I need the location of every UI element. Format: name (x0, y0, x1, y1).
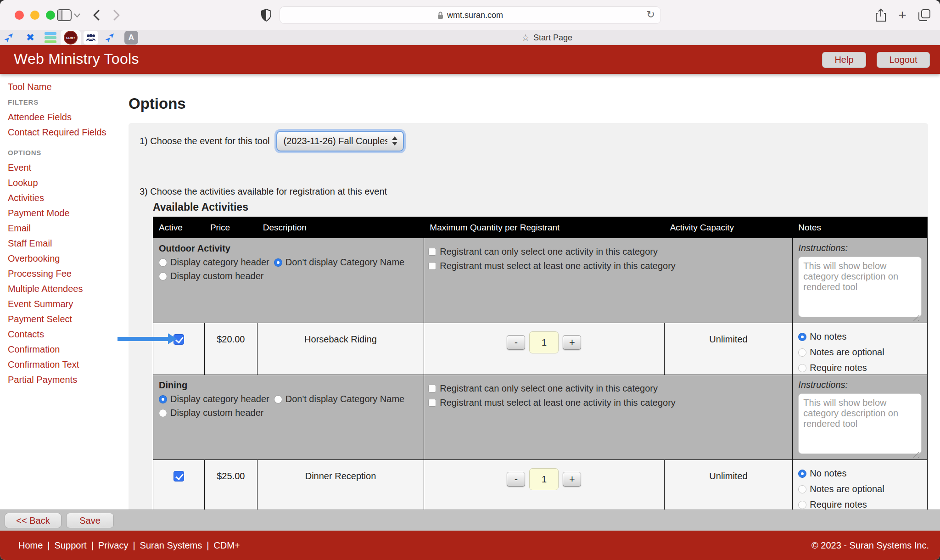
column-header-max-quantity: Maximum Quantity per Registrant (424, 217, 664, 238)
sidebar-item-overbooking[interactable]: Overbooking (8, 251, 129, 266)
sidebar-item-payment-select[interactable]: Payment Select (8, 312, 129, 327)
help-button[interactable]: Help (822, 52, 866, 68)
options-panel: 1) Choose the event for this tool (2023-… (129, 123, 928, 530)
sidebar-item-event-summary[interactable]: Event Summary (8, 297, 129, 312)
radio-display-custom-header[interactable] (159, 272, 167, 280)
app-title: Web Ministry Tools (14, 50, 139, 67)
sidebar-item-payment-mode[interactable]: Payment Mode (8, 206, 129, 221)
column-header-active: Active (153, 217, 205, 238)
quantity-increment-button[interactable]: + (563, 335, 581, 350)
minimize-window-button[interactable] (30, 11, 39, 20)
copyright-text: © 2023 - Suran Systems Inc. (811, 531, 929, 560)
letter-a-icon[interactable]: A (121, 30, 141, 45)
footer-link-home[interactable]: Home (18, 540, 43, 551)
available-activities-title: Available Activities (153, 201, 248, 213)
back-navigation-button[interactable]: << Back (5, 513, 62, 528)
lock-icon (437, 11, 443, 19)
stripes-icon[interactable] (40, 30, 61, 45)
footer-link-privacy[interactable]: Privacy (98, 540, 129, 551)
radio-display-custom-header[interactable] (159, 409, 167, 417)
table-header-row: Active Price Description Maximum Quantit… (153, 217, 927, 238)
category-name: Dining (159, 380, 424, 391)
radio-notes-optional[interactable] (798, 348, 806, 357)
quantity-input[interactable] (529, 468, 559, 490)
chevron-down-icon[interactable] (73, 12, 81, 18)
category-row-dining: Dining Display category header Don't dis… (153, 375, 927, 460)
quantity-decrement-button[interactable]: - (507, 335, 525, 350)
sidebar-item-confirmation-text[interactable]: Confirmation Text (8, 357, 129, 372)
share-icon[interactable] (873, 7, 888, 23)
jira-icon[interactable]: ➤➤ (0, 30, 20, 45)
app-footer: Home | Support | Privacy | Suran Systems… (0, 531, 940, 560)
sidebar-item-email[interactable]: Email (8, 221, 129, 236)
privacy-shield-icon[interactable] (259, 8, 273, 22)
radio-no-notes[interactable] (798, 470, 806, 478)
column-header-notes: Notes (793, 217, 927, 238)
sidebar-item-tool-name[interactable]: Tool Name (8, 79, 129, 95)
reload-icon[interactable]: ↻ (647, 9, 655, 21)
radio-no-notes[interactable] (798, 333, 806, 341)
active-checkbox[interactable] (173, 471, 184, 482)
save-button[interactable]: Save (66, 513, 114, 528)
app-body: Tool Name FILTERS Attendee Fields Contac… (0, 74, 940, 531)
bottom-action-bar: << Back Save (0, 510, 940, 531)
address-bar[interactable]: wmt.suran.com ↻ (280, 6, 661, 24)
new-tab-icon[interactable]: + (895, 7, 910, 23)
radio-display-category-header[interactable] (159, 395, 167, 403)
quantity-increment-button[interactable]: + (563, 472, 581, 487)
category-row-outdoor-activity: Outdoor Activity Display category header… (153, 238, 927, 323)
sidebar-item-contacts[interactable]: Contacts (8, 327, 129, 342)
checkbox-only-one-activity[interactable] (428, 248, 436, 256)
sidebar-item-event[interactable]: Event (8, 160, 129, 175)
main-content: Options 1) Choose the event for this too… (129, 74, 928, 530)
activities-table: Active Price Description Maximum Quantit… (153, 217, 928, 531)
people-icon[interactable] (81, 30, 101, 45)
instructions-label: Instructions: (798, 380, 922, 390)
footer-link-cdm-plus[interactable]: CDM+ (213, 540, 240, 551)
footer-link-suran-systems[interactable]: Suran Systems (140, 540, 202, 551)
back-button[interactable] (90, 8, 103, 22)
jira-icon[interactable]: ➤➤ (101, 30, 121, 45)
tab-overview-icon[interactable] (917, 7, 932, 23)
confluence-icon[interactable]: ✖ (20, 30, 40, 45)
category-instructions-textarea[interactable] (798, 257, 922, 317)
sidebar-item-partial-payments[interactable]: Partial Payments (8, 372, 129, 387)
sidebar-item-staff-email[interactable]: Staff Email (8, 236, 129, 251)
sidebar-item-activities[interactable]: Activities (8, 190, 129, 206)
tab-start-page[interactable]: ☆ Start Page (521, 30, 572, 45)
checkbox-at-least-one-activity[interactable] (428, 262, 436, 270)
sidebar-item-processing-fee[interactable]: Processing Fee (8, 266, 129, 281)
radio-dont-display-category-name[interactable] (274, 395, 282, 403)
radio-require-notes[interactable] (798, 364, 806, 372)
activities-question-label: 3) Choose the activities available for r… (140, 186, 387, 197)
column-header-activity-capacity: Activity Capacity (665, 217, 793, 238)
sidebar-toggle-icon[interactable] (56, 8, 73, 22)
column-header-description: Description (257, 217, 425, 238)
cdm-plus-icon[interactable]: CDM+ (61, 30, 81, 45)
radio-display-category-header[interactable] (159, 258, 167, 267)
event-select[interactable]: (2023-11-26) Fall Couples Ret (276, 131, 404, 151)
app-header: Web Ministry Tools Help Logout (0, 45, 940, 74)
checkbox-at-least-one-activity[interactable] (428, 399, 436, 407)
radio-dont-display-category-name[interactable] (274, 258, 282, 267)
sidebar-item-attendee-fields[interactable]: Attendee Fields (8, 110, 129, 125)
close-window-button[interactable] (15, 11, 24, 20)
forward-button[interactable] (110, 8, 123, 22)
sidebar-item-contact-required-fields[interactable]: Contact Required Fields (8, 125, 129, 140)
footer-link-support[interactable]: Support (55, 540, 87, 551)
sidebar-item-multiple-attendees[interactable]: Multiple Attendees (8, 281, 129, 297)
quantity-input[interactable] (529, 331, 559, 353)
activity-row-horseback-riding: $20.00 Horseback Riding - + Unlimited (153, 323, 927, 375)
column-header-price: Price (205, 217, 257, 238)
radio-require-notes[interactable] (798, 501, 806, 509)
radio-notes-optional[interactable] (798, 485, 806, 493)
activity-price: $20.00 (205, 323, 257, 375)
sidebar-item-lookup[interactable]: Lookup (8, 175, 129, 190)
category-instructions-textarea[interactable] (798, 393, 922, 454)
quantity-decrement-button[interactable]: - (507, 472, 525, 487)
sidebar-item-confirmation[interactable]: Confirmation (8, 342, 129, 357)
logout-button[interactable]: Logout (877, 52, 930, 68)
checkbox-only-one-activity[interactable] (428, 385, 436, 392)
zoom-window-button[interactable] (46, 11, 55, 20)
category-name: Outdoor Activity (159, 243, 424, 254)
